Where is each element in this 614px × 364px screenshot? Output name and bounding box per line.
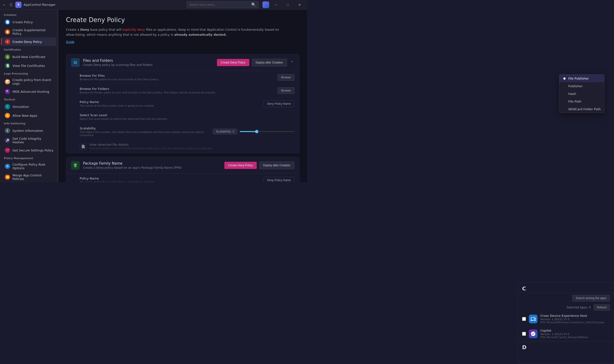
sidebar-section-tactical: Tactical <box>0 96 57 102</box>
sidebar-item-allow-new-apps[interactable]: ⭐Allow New Apps <box>1 111 56 120</box>
sidebar-icon-mde-hunting: 🔍 <box>5 89 10 94</box>
scalability-info: Scalability The higher this number, the … <box>80 127 210 137</box>
sidebar-item-mde-hunting[interactable]: 🔍MDE Advanced Hunting <box>1 87 56 96</box>
sidebar-label-merge-policies: Merge App Control Policies <box>13 173 54 181</box>
titlebar-left: ← ☰ A AppControl Manager <box>2 2 187 8</box>
scalability-control: Scalability: 2 <box>213 129 294 134</box>
back-button[interactable]: ← <box>2 2 7 7</box>
sidebar-item-system-info[interactable]: ℹSystem Information <box>1 126 56 135</box>
sidebar-item-create-supplemental[interactable]: 📋Create Supplemental Policy <box>1 26 56 37</box>
scan-level-row: Select Scan Level Select the level based… <box>66 110 299 124</box>
sidebar-label-build-certificate: Build New Certificate <box>13 55 45 59</box>
sidebar-item-merge-policies[interactable]: 🔀Merge App Control Policies <box>1 172 56 182</box>
sidebar-label-simulation: Simulation <box>13 105 29 109</box>
files-create-deny-button[interactable]: Create Deny Policy <box>217 59 249 66</box>
sidebar-icon-secure-settings: 🛡 <box>5 148 10 153</box>
scalability-row: Scalability The higher this number, the … <box>66 124 299 140</box>
sidebar-label-code-integrity: Get Code Integrity Hashes <box>13 137 54 144</box>
detected-files-icon: 📄 <box>80 143 86 150</box>
sidebar-icon-allow-new-apps: ⭐ <box>5 113 10 118</box>
main-layout: Creation📄Create Policy📋Create Supplement… <box>0 10 307 182</box>
search-input[interactable] <box>189 3 250 6</box>
sidebar-section-logs-processing: Logs Processing <box>0 70 57 76</box>
browse-files-info: Browse For Files Browse for file paths t… <box>80 74 275 81</box>
detected-files-info: View detected file details View the deta… <box>89 143 294 150</box>
sidebar-section-certificates: Certificates <box>0 46 57 52</box>
package-card-title-group: Package Family Name Create a Deny policy… <box>83 161 221 169</box>
minimize-button[interactable]: ─ <box>270 1 281 8</box>
policy-name-row: Policy Name The name of the Deny policy … <box>66 97 299 110</box>
sidebar-icon-build-certificate: 🔒 <box>5 54 10 59</box>
app-logo: A <box>15 2 22 8</box>
sidebar-label-mde-hunting: MDE Advanced Hunting <box>13 90 49 93</box>
browse-files-row: Browse For Files Browse for file paths t… <box>66 71 299 84</box>
sidebar-icon-create-policy: 📄 <box>5 19 10 25</box>
guide-link[interactable]: Guide <box>66 40 74 44</box>
browse-folders-info: Browse For Folders Browse for Folder pat… <box>80 87 275 94</box>
sidebar-label-allow-new-apps: Allow New Apps <box>13 114 37 117</box>
sidebar-icon-event-logs: 📊 <box>5 79 10 84</box>
package-card-actions: Create Deny Policy Deploy after Creation <box>224 161 294 169</box>
sidebar-item-simulation[interactable]: ⚡Simulation <box>1 102 56 111</box>
sidebar: Creation📄Create Policy📋Create Supplement… <box>0 10 57 182</box>
files-folders-card: Files and Folders Create Deny policy by … <box>66 54 299 153</box>
package-card-icon <box>71 161 80 170</box>
app-title: AppControl Manager <box>24 3 56 6</box>
files-deploy-button[interactable]: Deploy after Creation <box>252 59 287 66</box>
sidebar-section-creation: Creation <box>0 12 57 17</box>
search-bar[interactable]: 🔍 <box>187 1 259 8</box>
app-icon <box>263 1 269 8</box>
files-card-title: Files and Folders <box>83 58 213 63</box>
content-area: Create Deny Policy Create a Deny base po… <box>58 10 307 182</box>
sidebar-item-event-logs[interactable]: 📊Create policy from Event Logs <box>1 77 56 87</box>
files-card-toggle[interactable]: ⌃ <box>289 59 294 66</box>
package-card-header: Package Family Name Create a Deny policy… <box>66 157 299 174</box>
detected-files-row: 📄 View detected file details View the de… <box>66 140 299 153</box>
sidebar-label-event-logs: Create policy from Event Logs <box>13 78 54 85</box>
sidebar-label-create-supplemental: Create Supplemental Policy <box>13 28 54 36</box>
sidebar-icon-simulation: ⚡ <box>5 104 10 109</box>
browse-folders-row: Browse For Folders Browse for Folder pat… <box>66 84 299 97</box>
close-button[interactable]: ✕ <box>294 1 305 8</box>
pfn-policy-name-row: Policy Name The name of the Deny policy … <box>66 174 299 182</box>
sidebar-item-configure-rules[interactable]: ⚙Configure Policy Rule Options <box>1 161 56 172</box>
sidebar-item-create-policy[interactable]: 📄Create Policy <box>1 18 56 26</box>
files-card-title-group: Files and Folders Create Deny policy by … <box>83 58 213 67</box>
package-deploy-button[interactable]: Deploy after Creation <box>259 161 294 169</box>
maximize-button[interactable]: □ <box>282 1 293 8</box>
sidebar-label-create-policy: Create Policy <box>13 20 33 24</box>
package-family-card: Package Family Name Create a Deny policy… <box>66 157 299 182</box>
browse-files-button[interactable]: Browse <box>278 74 294 81</box>
policy-name-button[interactable]: Deny Policy Name <box>264 100 294 107</box>
menu-button[interactable]: ☰ <box>9 2 14 7</box>
sidebar-item-create-deny[interactable]: ✕Create Deny Policy <box>1 37 56 46</box>
sidebar-section-policy-management: Policy Management <box>0 155 57 161</box>
titlebar: ← ☰ A AppControl Manager 🔍 ─ □ ✕ <box>0 0 307 10</box>
search-icon: 🔍 <box>251 2 256 7</box>
sidebar-icon-create-supplemental: 📋 <box>5 29 10 35</box>
files-card-subtitle: Create Deny policy by scanning files and… <box>83 63 213 67</box>
files-card-header: Files and Folders Create Deny policy by … <box>66 54 299 71</box>
sidebar-icon-configure-rules: ⚙ <box>5 164 10 169</box>
page-description: Create a Deny base policy that will expl… <box>66 27 282 37</box>
window-controls: ─ □ ✕ <box>263 1 305 8</box>
sidebar-label-view-certificates: View File Certificates <box>13 64 45 68</box>
page-title: Create Deny Policy <box>66 16 299 24</box>
sidebar-item-view-certificates[interactable]: 📜View File Certificates <box>1 61 56 70</box>
sidebar-item-build-certificate[interactable]: 🔒Build New Certificate <box>1 52 56 61</box>
pfn-policy-name-button[interactable]: Deny Policy Name <box>264 177 294 182</box>
scalability-slider[interactable] <box>240 131 294 132</box>
package-card-subtitle: Create a Deny policy based on an app's P… <box>83 166 221 169</box>
pfn-policy-name-info: Policy Name The name of the Deny policy … <box>80 177 261 182</box>
scan-level-info: Select Scan Level Select the level based… <box>80 113 294 120</box>
sidebar-item-secure-settings[interactable]: 🛡Get Secure Settings Policy <box>1 146 56 155</box>
sidebar-item-code-integrity[interactable]: 🔑Get Code Integrity Hashes <box>1 135 56 146</box>
sidebar-label-create-deny: Create Deny Policy <box>13 40 42 44</box>
browse-folders-button[interactable]: Browse <box>278 87 294 94</box>
sidebar-label-system-info: System Information <box>13 129 43 132</box>
sidebar-icon-merge-policies: 🔀 <box>5 174 10 180</box>
package-create-deny-button[interactable]: Create Deny Policy <box>224 162 257 169</box>
sidebar-icon-view-certificates: 📜 <box>5 63 10 68</box>
sidebar-icon-system-info: ℹ <box>5 128 10 133</box>
package-card-body: Policy Name The name of the Deny policy … <box>66 174 299 182</box>
